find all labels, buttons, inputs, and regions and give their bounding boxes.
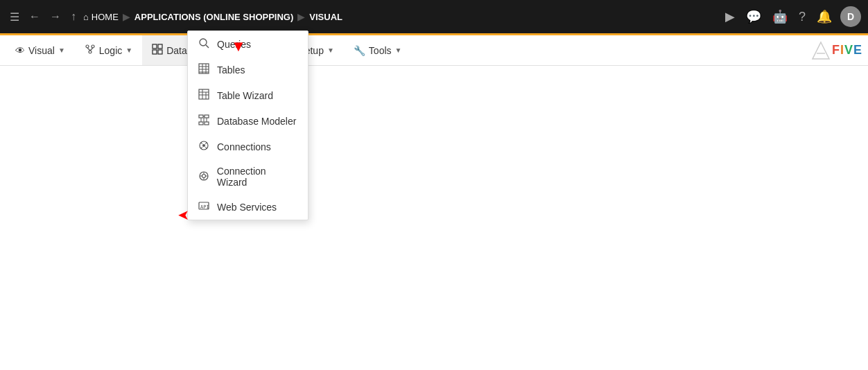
svg-line-42: [201, 147, 202, 148]
svg-point-0: [86, 45, 89, 48]
svg-point-17: [200, 39, 207, 46]
svg-rect-25: [199, 89, 209, 99]
eye-icon: 👁: [15, 45, 25, 56]
dropdown-label-connections: Connections: [217, 141, 271, 152]
svg-point-39: [202, 144, 205, 147]
visual-chevron-icon: ▼: [58, 46, 65, 54]
conn-wizard-icon: [198, 170, 210, 184]
dropdown-item-database-modeler[interactable]: Database Modeler: [188, 108, 308, 134]
queries-icon: [198, 37, 210, 51]
breadcrumb-sep-1: ▶: [123, 11, 130, 22]
dropdown-item-queries[interactable]: Queries: [188, 31, 308, 57]
dropdown-item-table-wizard[interactable]: Table Wizard: [188, 82, 308, 108]
main-content-area: [0, 66, 868, 370]
breadcrumb-visual[interactable]: VISUAL: [309, 12, 342, 22]
web-services-icon: API: [198, 200, 210, 213]
dropdown-label-connection-wizard: Connection Wizard: [217, 166, 298, 188]
nav-label-tools: Tools: [369, 45, 392, 56]
dropdown-label-table-wizard: Table Wizard: [217, 90, 273, 101]
breadcrumb-home-label[interactable]: HOME: [92, 12, 119, 22]
dropdown-label-web-services: Web Services: [217, 202, 277, 213]
svg-line-3: [87, 48, 90, 51]
nav-label-data: Data: [166, 45, 187, 56]
table-wizard-icon: [198, 89, 210, 102]
svg-marker-15: [813, 42, 829, 59]
secondary-navigation: 👁 Visual ▼ Logic ▼: [0, 35, 868, 66]
nav-item-tools[interactable]: 🔧 Tools ▼: [344, 35, 412, 65]
dropdown-item-tables[interactable]: Tables: [188, 57, 308, 82]
breadcrumb-app[interactable]: APPLICATIONS (ONLINE SHOPPING): [134, 12, 293, 22]
nav-item-logic[interactable]: Logic ▼: [75, 35, 142, 65]
home-icon: ⌂: [83, 12, 89, 22]
svg-point-45: [202, 174, 205, 177]
play-icon[interactable]: ▶: [722, 6, 738, 27]
breadcrumb-sep-2: ▶: [297, 11, 305, 22]
tools-icon: 🔧: [354, 45, 365, 56]
svg-text:API: API: [200, 204, 209, 210]
setup-chevron-icon: ▼: [327, 46, 334, 54]
svg-rect-6: [158, 44, 162, 49]
svg-point-2: [89, 51, 92, 53]
svg-rect-8: [158, 50, 162, 54]
nav-label-logic: Logic: [99, 45, 122, 56]
svg-line-43: [205, 147, 207, 148]
logic-icon: [85, 44, 96, 57]
svg-rect-31: [205, 115, 209, 118]
dropdown-item-web-services[interactable]: API Web Services: [188, 194, 308, 220]
tables-icon: [198, 63, 210, 76]
bell-icon[interactable]: 🔔: [814, 6, 835, 27]
connections-icon: [198, 140, 210, 153]
dropdown-label-tables: Tables: [217, 64, 245, 76]
svg-line-4: [90, 48, 93, 51]
nav-label-visual: Visual: [28, 45, 55, 56]
svg-rect-32: [199, 122, 203, 125]
breadcrumb-home[interactable]: ⌂ HOME: [83, 12, 119, 22]
forward-icon[interactable]: →: [47, 8, 64, 26]
nav-item-visual[interactable]: 👁 Visual ▼: [6, 35, 75, 65]
tools-chevron-icon: ▼: [395, 46, 402, 54]
data-grid-icon: [152, 44, 163, 57]
five-logo: FIVE: [810, 41, 862, 60]
svg-rect-5: [153, 44, 157, 49]
user-avatar[interactable]: D: [840, 6, 861, 27]
svg-rect-7: [153, 50, 157, 54]
five-logo-text: FIVE: [832, 43, 862, 58]
svg-line-41: [205, 143, 207, 144]
robot-icon[interactable]: 🤖: [770, 6, 790, 27]
logic-chevron-icon: ▼: [125, 46, 132, 54]
svg-point-1: [92, 45, 94, 48]
db-modeler-icon: [198, 114, 210, 127]
data-dropdown-menu: Queries Tables: [187, 30, 309, 220]
back-icon[interactable]: ←: [26, 8, 43, 26]
svg-rect-33: [205, 122, 209, 125]
svg-rect-30: [199, 115, 203, 118]
top-navigation-bar: ☰ ← → ↑ ⌂ HOME ▶ APPLICATIONS (ONLINE SH…: [0, 0, 868, 33]
dropdown-item-connections[interactable]: Connections: [188, 134, 308, 159]
svg-line-18: [206, 45, 209, 48]
up-icon[interactable]: ↑: [68, 8, 79, 26]
help-icon[interactable]: ?: [796, 7, 808, 27]
dropdown-item-connection-wizard[interactable]: Connection Wizard: [188, 159, 308, 194]
dropdown-label-queries: Queries: [217, 39, 251, 50]
hamburger-icon[interactable]: ☰: [7, 8, 22, 26]
chat-bubble-icon[interactable]: 💬: [743, 6, 764, 27]
svg-line-40: [201, 143, 202, 144]
dropdown-label-database-modeler: Database Modeler: [217, 116, 296, 127]
